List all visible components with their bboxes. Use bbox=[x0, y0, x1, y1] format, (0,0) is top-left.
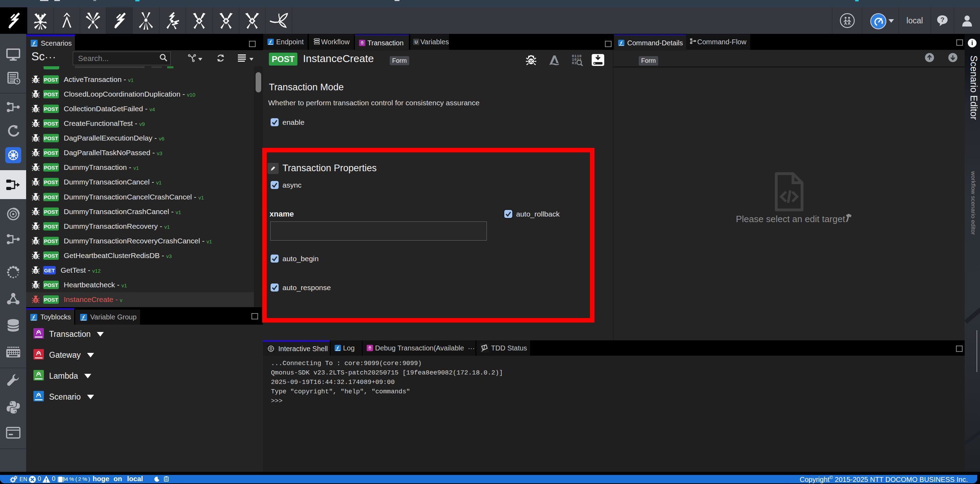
svg-text:U: U bbox=[415, 40, 418, 45]
svg-text:01: 01 bbox=[572, 61, 577, 65]
svg-text:?: ? bbox=[940, 16, 945, 23]
